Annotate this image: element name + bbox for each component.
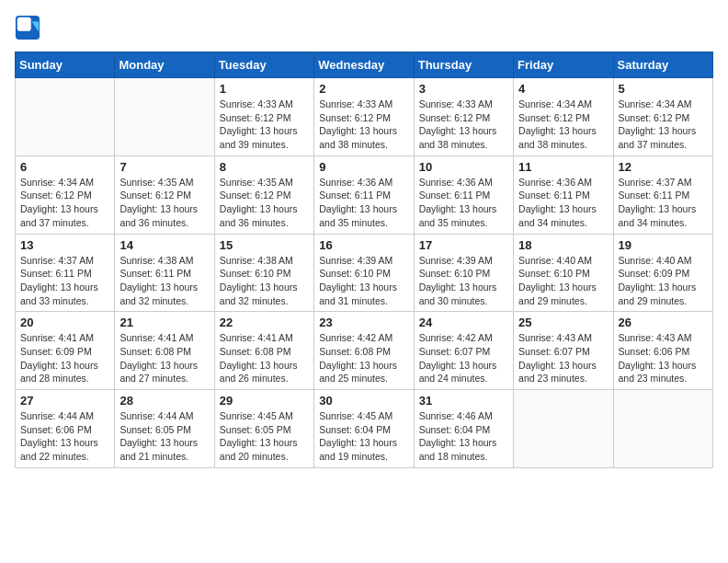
calendar-day-cell: 17Sunrise: 4:39 AM Sunset: 6:10 PM Dayli… (414, 234, 513, 312)
weekday-header: Friday (514, 52, 613, 78)
calendar-day-cell: 23Sunrise: 4:42 AM Sunset: 6:08 PM Dayli… (314, 312, 414, 390)
calendar-day-cell: 19Sunrise: 4:40 AM Sunset: 6:09 PM Dayli… (613, 234, 712, 312)
calendar-week-row: 20Sunrise: 4:41 AM Sunset: 6:09 PM Dayli… (16, 312, 713, 390)
day-number: 7 (119, 160, 209, 174)
day-number: 10 (419, 160, 508, 174)
calendar-week-row: 27Sunrise: 4:44 AM Sunset: 6:06 PM Dayli… (16, 390, 713, 468)
day-number: 28 (119, 394, 209, 408)
calendar-day-cell: 6Sunrise: 4:34 AM Sunset: 6:12 PM Daylig… (16, 155, 115, 234)
day-info: Sunrise: 4:35 AM Sunset: 6:12 PM Dayligh… (220, 176, 309, 230)
day-info: Sunrise: 4:33 AM Sunset: 6:12 PM Dayligh… (319, 98, 408, 152)
day-info: Sunrise: 4:37 AM Sunset: 6:11 PM Dayligh… (619, 176, 708, 230)
calendar-day-cell: 8Sunrise: 4:35 AM Sunset: 6:12 PM Daylig… (214, 155, 313, 234)
day-number: 8 (220, 160, 309, 174)
calendar-day-cell (613, 390, 712, 468)
day-number: 30 (319, 394, 408, 408)
calendar-day-cell: 12Sunrise: 4:37 AM Sunset: 6:11 PM Dayli… (613, 155, 712, 234)
calendar-day-cell: 10Sunrise: 4:36 AM Sunset: 6:11 PM Dayli… (414, 155, 513, 234)
day-info: Sunrise: 4:38 AM Sunset: 6:10 PM Dayligh… (220, 254, 309, 308)
calendar-day-cell: 1Sunrise: 4:33 AM Sunset: 6:12 PM Daylig… (214, 78, 313, 156)
day-number: 26 (619, 316, 708, 329)
day-info: Sunrise: 4:40 AM Sunset: 6:09 PM Dayligh… (619, 254, 708, 308)
weekday-header: Thursday (414, 52, 513, 78)
day-info: Sunrise: 4:40 AM Sunset: 6:10 PM Dayligh… (518, 254, 608, 308)
day-number: 4 (518, 82, 608, 96)
day-number: 23 (319, 316, 408, 329)
calendar-day-cell: 31Sunrise: 4:46 AM Sunset: 6:04 PM Dayli… (414, 390, 513, 468)
day-info: Sunrise: 4:43 AM Sunset: 6:06 PM Dayligh… (619, 331, 708, 385)
day-number: 17 (419, 238, 508, 252)
calendar-week-row: 1Sunrise: 4:33 AM Sunset: 6:12 PM Daylig… (16, 78, 713, 156)
calendar-header-row: SundayMondayTuesdayWednesdayThursdayFrid… (16, 52, 713, 78)
day-number: 24 (419, 316, 508, 329)
calendar-day-cell: 28Sunrise: 4:44 AM Sunset: 6:05 PM Dayli… (115, 390, 214, 468)
day-number: 31 (419, 394, 508, 408)
day-info: Sunrise: 4:45 AM Sunset: 6:05 PM Dayligh… (220, 409, 309, 464)
calendar-day-cell: 14Sunrise: 4:38 AM Sunset: 6:11 PM Dayli… (115, 234, 214, 312)
calendar-day-cell: 22Sunrise: 4:41 AM Sunset: 6:08 PM Dayli… (214, 312, 313, 390)
day-number: 13 (20, 238, 109, 252)
day-info: Sunrise: 4:38 AM Sunset: 6:11 PM Dayligh… (119, 254, 209, 308)
calendar-day-cell: 30Sunrise: 4:45 AM Sunset: 6:04 PM Dayli… (314, 390, 414, 468)
day-number: 25 (518, 316, 608, 329)
day-number: 27 (20, 394, 109, 408)
calendar-day-cell: 26Sunrise: 4:43 AM Sunset: 6:06 PM Dayli… (613, 312, 712, 390)
logo (15, 15, 44, 40)
day-number: 2 (319, 82, 408, 96)
calendar-day-cell: 15Sunrise: 4:38 AM Sunset: 6:10 PM Dayli… (214, 234, 313, 312)
day-info: Sunrise: 4:44 AM Sunset: 6:06 PM Dayligh… (20, 409, 109, 464)
calendar-week-row: 6Sunrise: 4:34 AM Sunset: 6:12 PM Daylig… (16, 155, 713, 234)
calendar-day-cell: 9Sunrise: 4:36 AM Sunset: 6:11 PM Daylig… (314, 155, 414, 234)
day-number: 5 (619, 82, 708, 96)
day-number: 19 (619, 238, 708, 252)
day-info: Sunrise: 4:41 AM Sunset: 6:09 PM Dayligh… (20, 331, 109, 385)
page-header (15, 15, 713, 40)
day-info: Sunrise: 4:46 AM Sunset: 6:04 PM Dayligh… (419, 409, 508, 464)
day-info: Sunrise: 4:34 AM Sunset: 6:12 PM Dayligh… (518, 98, 608, 152)
day-number: 6 (20, 160, 109, 174)
day-number: 16 (319, 238, 408, 252)
calendar-day-cell: 3Sunrise: 4:33 AM Sunset: 6:12 PM Daylig… (414, 78, 513, 156)
weekday-header: Sunday (16, 52, 115, 78)
day-number: 22 (220, 316, 309, 329)
day-info: Sunrise: 4:39 AM Sunset: 6:10 PM Dayligh… (319, 254, 408, 308)
day-number: 1 (220, 82, 309, 96)
day-number: 11 (518, 160, 608, 174)
calendar-day-cell: 18Sunrise: 4:40 AM Sunset: 6:10 PM Dayli… (514, 234, 613, 312)
calendar-week-row: 13Sunrise: 4:37 AM Sunset: 6:11 PM Dayli… (16, 234, 713, 312)
day-number: 15 (220, 238, 309, 252)
day-info: Sunrise: 4:39 AM Sunset: 6:10 PM Dayligh… (419, 254, 508, 308)
weekday-header: Wednesday (314, 52, 414, 78)
day-number: 3 (419, 82, 508, 96)
day-number: 14 (119, 238, 209, 252)
day-info: Sunrise: 4:36 AM Sunset: 6:11 PM Dayligh… (419, 176, 508, 230)
calendar-day-cell: 20Sunrise: 4:41 AM Sunset: 6:09 PM Dayli… (16, 312, 115, 390)
calendar-day-cell: 16Sunrise: 4:39 AM Sunset: 6:10 PM Dayli… (314, 234, 414, 312)
calendar-table: SundayMondayTuesdayWednesdayThursdayFrid… (15, 52, 713, 468)
calendar-day-cell (115, 78, 214, 156)
calendar-day-cell: 4Sunrise: 4:34 AM Sunset: 6:12 PM Daylig… (514, 78, 613, 156)
day-number: 18 (518, 238, 608, 252)
calendar-day-cell: 7Sunrise: 4:35 AM Sunset: 6:12 PM Daylig… (115, 155, 214, 234)
day-info: Sunrise: 4:37 AM Sunset: 6:11 PM Dayligh… (20, 254, 109, 308)
calendar-day-cell: 29Sunrise: 4:45 AM Sunset: 6:05 PM Dayli… (214, 390, 313, 468)
day-info: Sunrise: 4:42 AM Sunset: 6:08 PM Dayligh… (319, 331, 408, 385)
day-number: 29 (220, 394, 309, 408)
weekday-header: Saturday (613, 52, 712, 78)
svg-rect-2 (17, 17, 31, 31)
day-number: 20 (20, 316, 109, 329)
day-info: Sunrise: 4:45 AM Sunset: 6:04 PM Dayligh… (319, 409, 408, 464)
calendar-day-cell: 24Sunrise: 4:42 AM Sunset: 6:07 PM Dayli… (414, 312, 513, 390)
calendar-day-cell: 25Sunrise: 4:43 AM Sunset: 6:07 PM Dayli… (514, 312, 613, 390)
day-info: Sunrise: 4:44 AM Sunset: 6:05 PM Dayligh… (119, 409, 209, 464)
day-info: Sunrise: 4:41 AM Sunset: 6:08 PM Dayligh… (220, 331, 309, 385)
calendar-day-cell: 21Sunrise: 4:41 AM Sunset: 6:08 PM Dayli… (115, 312, 214, 390)
day-info: Sunrise: 4:43 AM Sunset: 6:07 PM Dayligh… (518, 331, 608, 385)
calendar-day-cell: 13Sunrise: 4:37 AM Sunset: 6:11 PM Dayli… (16, 234, 115, 312)
day-info: Sunrise: 4:36 AM Sunset: 6:11 PM Dayligh… (319, 176, 408, 230)
calendar-day-cell (514, 390, 613, 468)
day-info: Sunrise: 4:42 AM Sunset: 6:07 PM Dayligh… (419, 331, 508, 385)
day-number: 9 (319, 160, 408, 174)
calendar-day-cell: 27Sunrise: 4:44 AM Sunset: 6:06 PM Dayli… (16, 390, 115, 468)
weekday-header: Monday (115, 52, 214, 78)
